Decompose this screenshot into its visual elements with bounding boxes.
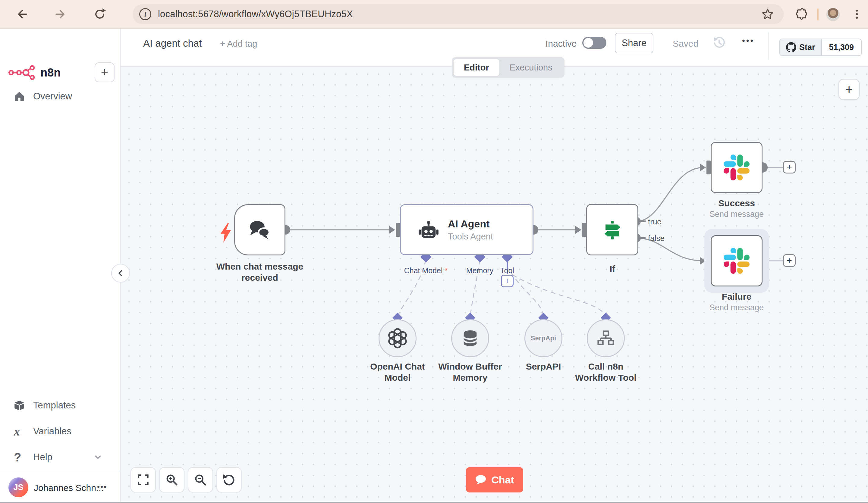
node-call-n8n-workflow-tool[interactable] [587,319,625,357]
node-openai-chat-model[interactable] [379,319,416,357]
sidebar-item-overview[interactable]: Overview [0,88,121,105]
chevron-left-icon [116,269,125,278]
home-icon [14,91,32,102]
tab-executions[interactable]: Executions [499,59,563,76]
user-name[interactable]: Johannes Schn... [34,483,104,493]
github-star-widget[interactable]: Star 51,309 [779,39,862,56]
workflow-canvas[interactable]: + When chat message received [121,67,868,503]
browser-profile-avatar[interactable] [826,8,840,21]
user-avatar[interactable]: JS [8,478,28,497]
open-chat-button[interactable]: Chat [466,467,523,492]
diamond-ports[interactable] [392,251,611,323]
sidebar-item-label: Help [33,452,52,463]
node-label-buffer-memory: Window Buffer Memory [433,361,508,383]
zoom-to-fit-button[interactable] [131,467,156,492]
share-button[interactable]: Share [615,33,653,53]
zoom-in-button[interactable] [159,467,185,492]
edge-if-true-to-success[interactable] [636,167,703,221]
node-label-trigger: When chat message received [215,261,305,283]
activation-toggle[interactable] [582,37,606,49]
n8n-logo[interactable]: n8n [8,64,61,81]
bookmark-star-button[interactable] [761,7,775,21]
package-icon [14,400,32,411]
star-icon [763,9,773,19]
site-info-icon[interactable]: i [139,8,151,20]
extensions-button[interactable] [794,7,808,21]
sidebar-item-variables[interactable]: x Variables [0,422,121,440]
node-success[interactable] [711,142,763,193]
edge-tool-to-workflowtool[interactable] [513,275,605,314]
node-label-failure: Failure [699,291,774,302]
port-label-tool: Tool [477,266,537,275]
edge-tool-to-serpapi[interactable] [510,272,543,314]
workflow-title[interactable]: AI agent chat [143,38,202,49]
kebab-menu-icon [851,8,863,20]
chat-button-label: Chat [491,474,514,486]
header-separator [768,32,768,60]
node-label-success: Success [699,198,774,209]
puzzle-icon [794,8,807,20]
url-text: localhost:5678/workflow/xWy6Oj5TBEUHzo5X [158,9,353,20]
node-if[interactable] [586,204,638,255]
edge-if-false-to-failure[interactable] [636,238,703,261]
node-when-chat-message-received[interactable] [234,204,286,255]
collapse-sidebar-button[interactable] [111,264,130,283]
canvas-add-node-button[interactable]: + [838,79,860,100]
sidebar-item-help[interactable]: ? Help [0,449,121,466]
fit-view-icon [137,473,149,486]
zoom-in-icon [165,473,178,486]
filter-signpost-icon [601,219,623,241]
logo-text: n8n [40,66,61,79]
openai-icon [386,327,409,349]
saved-status: Saved [673,39,698,49]
output-label-false: false [648,234,664,243]
add-node-after-success-button[interactable]: + [783,161,796,174]
workflow-more-menu[interactable]: ••• [742,36,754,45]
editor-executions-tabs: Editor Executions [452,57,565,78]
node-label-if: If [582,263,643,274]
browser-forward-button[interactable] [54,7,68,21]
variables-x-icon: x [14,425,32,439]
toggle-knob [583,38,593,48]
node-label-workflow-tool: Call n8n Workflow Tool [568,361,643,383]
chat-trigger-icon [248,218,272,241]
sidebar-item-label: Overview [33,91,72,102]
address-bar[interactable]: i localhost:5678/workflow/xWy6Oj5TBEUHzo… [133,4,784,24]
sidebar-item-label: Variables [33,426,71,437]
user-menu-dots[interactable]: ••• [97,482,107,492]
tab-editor[interactable]: Editor [454,59,499,76]
activation-status-label: Inactive [546,39,577,49]
port-label-chat-model: Chat Model * [396,266,456,275]
zoom-out-button[interactable] [188,467,213,492]
node-serpapi[interactable]: SerpApi [524,319,562,357]
browser-back-button[interactable] [15,7,29,21]
chat-bubble-icon [475,475,486,485]
back-arrow-icon [19,11,27,18]
undo-rotate-icon [223,473,236,486]
chevron-down-icon [93,453,103,462]
add-tag-button[interactable]: + Add tag [220,39,257,49]
reset-view-button[interactable] [216,467,242,492]
sidebar-divider [0,471,121,471]
zoom-out-icon [194,473,207,486]
sidebar-item-templates[interactable]: Templates [0,397,121,414]
sidebar: n8n + Overview Templates x Variables ? H… [0,29,121,503]
github-star-label: Star [799,43,815,52]
add-tool-button[interactable]: + [501,275,514,287]
history-icon[interactable] [712,35,726,51]
reload-icon [103,8,106,12]
node-ai-agent[interactable]: AI Agent Tools Agent [400,204,534,255]
node-title-ai-agent: AI Agent [448,218,493,230]
github-star-button[interactable]: Star [780,39,822,55]
node-window-buffer-memory[interactable] [451,319,489,357]
trigger-lightning-icon [220,223,233,243]
node-subtitle-ai-agent: Tools Agent [448,232,493,242]
node-failure[interactable] [711,235,763,286]
add-node-after-failure-button[interactable]: + [783,254,796,267]
github-star-count[interactable]: 51,309 [822,39,861,55]
new-workflow-button[interactable]: + [95,62,114,82]
browser-menu-button[interactable] [850,7,864,21]
output-label-true: true [648,217,662,227]
browser-reload-button[interactable] [93,7,107,21]
screen-bottom-edge [0,502,868,503]
